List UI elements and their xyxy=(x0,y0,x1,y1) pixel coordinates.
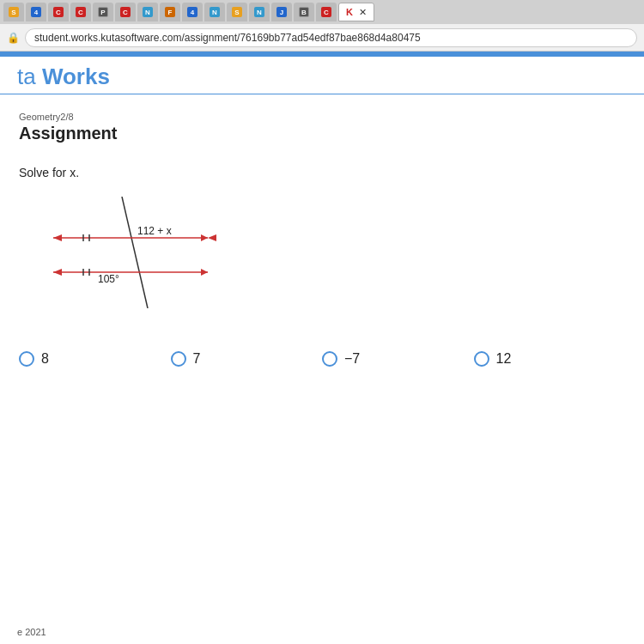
tab-j[interactable]: J xyxy=(271,3,292,21)
choice-8[interactable]: 8 xyxy=(19,351,171,367)
kuta-tab-icon: K xyxy=(346,7,353,17)
tab-c4[interactable]: C xyxy=(316,3,337,21)
tab-icon-s: S xyxy=(9,7,19,17)
choice-label-8: 8 xyxy=(41,351,49,367)
course-label: Geometry2/8 xyxy=(19,112,625,122)
choice-label-7: 7 xyxy=(193,351,201,367)
answer-choices: 8 7 −7 12 xyxy=(0,343,644,375)
radio-12[interactable] xyxy=(474,351,489,367)
lock-icon: 🔒 xyxy=(7,32,20,44)
tab-icon-p: P xyxy=(98,7,108,17)
radio-neg7[interactable] xyxy=(322,351,337,367)
tab-n3[interactable]: N xyxy=(249,3,270,21)
tab-c3[interactable]: C xyxy=(115,3,136,21)
tab-4[interactable]: 4 xyxy=(26,3,46,21)
tab-b[interactable]: B xyxy=(294,3,314,21)
address-bar[interactable]: student.works.kutasoftware.com/assignmen… xyxy=(25,28,637,47)
svg-marker-2 xyxy=(53,234,62,241)
choice-label-neg7: −7 xyxy=(344,351,360,367)
problem-instruction: Solve for x. xyxy=(19,166,625,179)
tab-icon-b: B xyxy=(299,7,309,17)
tab-icon-f: F xyxy=(165,7,175,17)
copyright-text: e 2021 xyxy=(17,627,46,637)
svg-marker-4 xyxy=(201,234,208,241)
tab-icon-n1: N xyxy=(143,7,153,17)
tab-bar: S 4 C C P C N F 4 N S N xyxy=(0,0,644,24)
radio-8[interactable] xyxy=(19,351,34,367)
assignment-title: Assignment xyxy=(19,124,625,143)
choice-12[interactable]: 12 xyxy=(474,351,626,367)
tab-icon-s2: S xyxy=(232,7,242,17)
tab-c2[interactable]: C xyxy=(70,3,91,21)
app-title: ta Works xyxy=(0,57,644,94)
page-content: ta Works Geometry2/8 Assignment Solve fo… xyxy=(0,52,644,644)
tab-icon-c4: C xyxy=(321,7,331,17)
title-divider xyxy=(0,94,644,94)
tab-icon-c1: C xyxy=(53,7,64,17)
svg-marker-3 xyxy=(208,234,216,241)
kuta-tab-close[interactable]: ✕ xyxy=(359,7,367,18)
tab-icon-c3: C xyxy=(120,7,131,17)
tab-icon-4: 4 xyxy=(31,7,41,17)
svg-text:105°: 105° xyxy=(98,273,119,285)
diagram-svg: 112 + x 105° xyxy=(36,197,276,308)
tab-icon-42: 4 xyxy=(187,7,197,17)
tab-s2[interactable]: S xyxy=(227,3,247,21)
svg-marker-6 xyxy=(53,269,62,276)
app-title-light: ta xyxy=(17,64,36,89)
choice-label-12: 12 xyxy=(496,351,512,367)
browser-chrome: S 4 C C P C N F 4 N S N xyxy=(0,0,644,52)
tab-n2[interactable]: N xyxy=(204,3,225,21)
choice-neg7[interactable]: −7 xyxy=(322,351,474,367)
tab-kuta[interactable]: K ✕ xyxy=(338,3,374,21)
problem-section: Solve for x. xyxy=(0,157,644,343)
svg-marker-7 xyxy=(201,269,208,276)
page-footer: e 2021 xyxy=(17,627,46,637)
tab-icon-c2: C xyxy=(76,7,86,17)
tab-icon-n3: N xyxy=(254,7,264,17)
svg-line-0 xyxy=(122,197,148,308)
tab-icon-n2: N xyxy=(210,7,220,17)
tab-s[interactable]: S xyxy=(3,3,24,21)
choice-7[interactable]: 7 xyxy=(171,351,323,367)
svg-text:112 + x: 112 + x xyxy=(137,225,172,237)
tab-n1[interactable]: N xyxy=(137,3,158,21)
app-title-bold: Works xyxy=(36,64,110,89)
tab-icon-j: J xyxy=(276,7,287,17)
radio-7[interactable] xyxy=(171,351,186,367)
tab-f[interactable]: F xyxy=(160,3,180,21)
assignment-section: Geometry2/8 Assignment xyxy=(0,103,644,143)
address-bar-row: 🔒 student.works.kutasoftware.com/assignm… xyxy=(0,24,644,52)
geometry-diagram: 112 + x 105° xyxy=(36,197,276,308)
tab-p[interactable]: P xyxy=(93,3,113,21)
tab-42[interactable]: 4 xyxy=(182,3,203,21)
tab-c1[interactable]: C xyxy=(48,3,69,21)
